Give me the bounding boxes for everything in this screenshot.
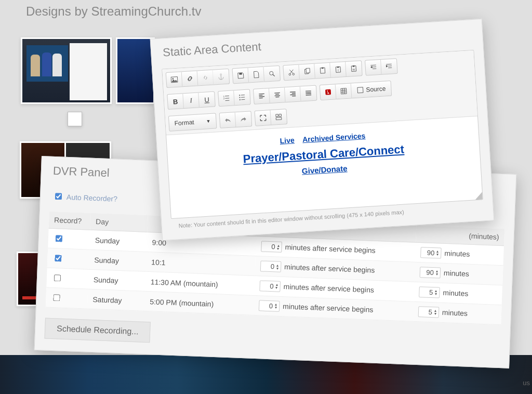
stepper-arrows-icon[interactable]: ▴▾ xyxy=(275,303,277,309)
svg-point-6 xyxy=(292,73,295,75)
bold-button[interactable]: B xyxy=(167,94,184,109)
start-offset-stepper[interactable]: 0▴▾ xyxy=(261,241,282,253)
col-record: Record? xyxy=(49,212,91,230)
record-checkbox[interactable] xyxy=(54,274,61,281)
auto-recorder-label: Auto Recorder? xyxy=(66,192,118,203)
length-stepper[interactable]: 90▴▾ xyxy=(420,267,441,279)
record-checkbox[interactable] xyxy=(53,294,60,301)
underline-button[interactable]: U xyxy=(198,92,215,108)
auto-recorder-checkbox[interactable] xyxy=(55,193,62,200)
cut-icon[interactable] xyxy=(283,64,300,80)
svg-point-20 xyxy=(239,97,240,98)
svg-rect-8 xyxy=(305,68,310,73)
svg-point-1 xyxy=(172,78,174,80)
svg-rect-27 xyxy=(276,117,282,120)
start-offset-stepper[interactable]: 0▴▾ xyxy=(259,280,281,292)
svg-text:W: W xyxy=(352,68,355,71)
schedule-recording-button[interactable]: Schedule Recording... xyxy=(45,318,151,343)
cell-day: Sunday xyxy=(89,230,147,252)
svg-rect-25 xyxy=(276,114,278,117)
svg-rect-24 xyxy=(357,87,363,93)
cell-length: 5▴▾minutes xyxy=(414,282,502,305)
indent-icon[interactable] xyxy=(381,59,397,74)
link-archived[interactable]: Archived Services xyxy=(302,132,366,143)
source-label: Source xyxy=(366,85,386,93)
format-dropdown[interactable]: Format ▼ xyxy=(169,113,217,130)
record-checkbox[interactable] xyxy=(56,235,62,242)
stepper-arrows-icon[interactable]: ▴▾ xyxy=(275,283,277,290)
svg-rect-12 xyxy=(337,67,339,68)
stepper-arrows-icon[interactable]: ▴▾ xyxy=(434,309,436,316)
svg-rect-26 xyxy=(279,114,282,117)
svg-rect-15 xyxy=(353,65,355,67)
cell-day: Sunday xyxy=(88,269,145,291)
pasteword-icon[interactable]: W xyxy=(345,61,362,76)
preview-icon[interactable] xyxy=(263,66,280,82)
save-icon[interactable] xyxy=(233,68,249,83)
table-icon[interactable] xyxy=(336,83,352,99)
svg-point-19 xyxy=(239,95,240,96)
start-offset-stepper[interactable]: 0▴▾ xyxy=(259,300,280,312)
align-justify-icon[interactable] xyxy=(300,86,317,101)
static-area-card: Static Area Content xyxy=(150,19,495,241)
start-offset-stepper[interactable]: 0▴▾ xyxy=(260,260,282,272)
link-live[interactable]: Live xyxy=(280,136,295,145)
length-stepper[interactable]: 5▴▾ xyxy=(418,306,440,318)
paste-icon[interactable] xyxy=(314,63,331,78)
align-center-icon[interactable] xyxy=(269,87,286,103)
stepper-arrows-icon[interactable]: ▴▾ xyxy=(276,264,278,270)
maximize-icon[interactable] xyxy=(255,110,272,126)
stepper-arrows-icon[interactable]: ▴▾ xyxy=(436,250,438,256)
svg-rect-10 xyxy=(321,68,323,69)
newpage-icon[interactable] xyxy=(248,67,264,83)
gallery-placeholder xyxy=(68,112,82,126)
rich-text-editor: T W B I U 12 xyxy=(162,50,483,219)
flash-icon[interactable] xyxy=(320,84,337,100)
svg-rect-22 xyxy=(325,89,331,95)
svg-point-2 xyxy=(220,74,222,75)
gallery-thumb xyxy=(116,37,155,104)
stepper-arrows-icon[interactable]: ▴▾ xyxy=(277,244,279,250)
length-stepper[interactable]: 5▴▾ xyxy=(419,286,440,298)
svg-text:T: T xyxy=(337,69,339,72)
resize-handle-icon[interactable] xyxy=(475,192,483,200)
pastetext-icon[interactable]: T xyxy=(330,62,347,77)
align-right-icon[interactable] xyxy=(285,86,301,102)
svg-point-5 xyxy=(289,73,291,75)
redo-icon[interactable] xyxy=(235,111,252,127)
cell-length: 5▴▾minutes xyxy=(413,301,501,324)
format-label: Format xyxy=(174,119,194,127)
image-icon[interactable] xyxy=(166,72,183,87)
showblocks-icon[interactable] xyxy=(271,109,287,125)
cell-day: Saturday xyxy=(87,289,145,311)
svg-point-21 xyxy=(240,99,241,100)
stepper-arrows-icon[interactable]: ▴▾ xyxy=(435,290,437,296)
outdent-icon[interactable] xyxy=(365,60,382,75)
chevron-down-icon: ▼ xyxy=(206,119,211,124)
svg-rect-3 xyxy=(239,73,242,75)
svg-rect-23 xyxy=(340,88,346,94)
undo-icon[interactable] xyxy=(220,112,236,128)
link-icon[interactable] xyxy=(182,71,198,86)
anchor-icon[interactable] xyxy=(213,69,230,85)
ol-icon[interactable]: 12 xyxy=(218,90,235,106)
align-left-icon[interactable] xyxy=(254,88,270,104)
ul-icon[interactable] xyxy=(234,89,250,105)
record-checkbox[interactable] xyxy=(55,255,61,261)
svg-point-4 xyxy=(270,71,273,75)
cell-length: 90▴▾minutes xyxy=(415,242,504,265)
cell-length: 90▴▾minutes xyxy=(414,262,503,285)
col-day: Day xyxy=(90,213,148,232)
length-stepper[interactable]: 90▴▾ xyxy=(420,247,442,259)
unlink-icon[interactable] xyxy=(197,70,214,86)
source-button[interactable]: Source xyxy=(351,81,392,98)
cell-day: Sunday xyxy=(89,249,147,271)
italic-button[interactable]: I xyxy=(183,93,200,108)
peek-us-text: us xyxy=(523,379,530,387)
gallery-thumb xyxy=(21,37,112,104)
page-title: Designs by StreamingChurch.tv xyxy=(26,4,201,19)
copy-icon[interactable] xyxy=(299,64,315,80)
stepper-arrows-icon[interactable]: ▴▾ xyxy=(436,270,438,276)
svg-text:2: 2 xyxy=(223,97,224,100)
cell-time: 5:00 PM (mountain) xyxy=(144,291,254,315)
